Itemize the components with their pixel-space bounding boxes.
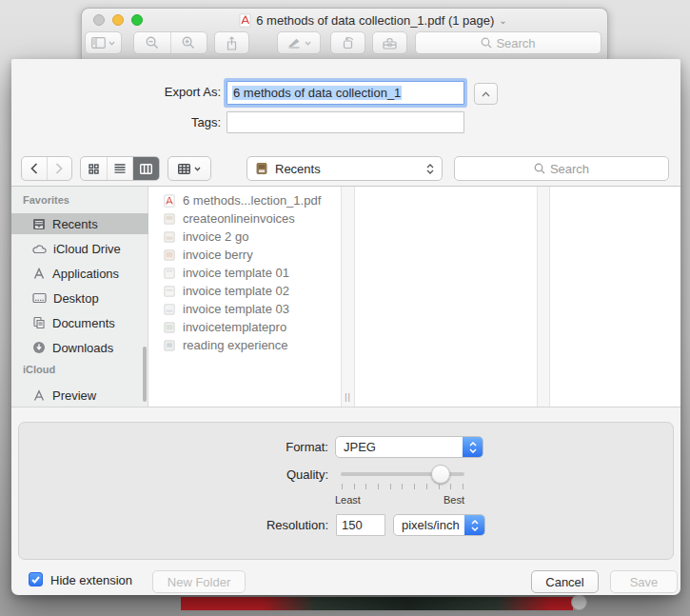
background-scrollbar-thumb[interactable] xyxy=(571,594,587,610)
sidebar-item-icloud-drive[interactable]: iCloud Drive xyxy=(11,238,148,259)
chevron-right-icon xyxy=(55,163,63,174)
file-row[interactable]: invoice berry xyxy=(149,246,341,264)
icon-view-button[interactable] xyxy=(81,157,107,180)
popup-chevrons xyxy=(464,515,484,535)
sidebar-item-label: Desktop xyxy=(53,291,99,306)
list-view-icon xyxy=(114,164,126,173)
markup-toolbox-button[interactable] xyxy=(372,31,407,54)
column-resize-divider[interactable] xyxy=(537,187,550,407)
share-button[interactable] xyxy=(214,31,249,54)
resolution-field[interactable]: 150 xyxy=(336,514,385,536)
desktop-icon xyxy=(32,292,47,304)
sidebar-icloud-header: iCloud xyxy=(23,364,55,375)
popup-chevrons xyxy=(463,437,483,457)
file-row[interactable]: invoice 2 go xyxy=(149,228,341,246)
title-chevron-down-icon[interactable]: ⌄ xyxy=(499,15,506,26)
file-name: invoice berry xyxy=(183,248,253,262)
markup-button[interactable] xyxy=(277,31,321,54)
image-file-icon xyxy=(164,249,175,261)
file-row[interactable]: invoice template 02 xyxy=(149,282,341,300)
cloud-icon xyxy=(32,244,47,254)
minimize-button[interactable] xyxy=(112,14,124,26)
sidebar-item-downloads[interactable]: Downloads xyxy=(11,337,148,358)
file-row[interactable]: createonlineinvoices xyxy=(149,209,341,228)
sidebar-item-desktop[interactable]: Desktop xyxy=(11,288,148,308)
sidebar-favorites-header: Favorites xyxy=(23,194,69,206)
group-by-button[interactable] xyxy=(168,156,211,181)
location-popup[interactable]: Recents xyxy=(246,156,443,181)
checkmark-icon xyxy=(31,576,40,584)
window-title: 6 methods of data collection_1.pdf (1 pa… xyxy=(256,13,494,28)
sidebar-item-documents[interactable]: Documents xyxy=(11,312,148,333)
zoom-in-button[interactable] xyxy=(170,36,207,50)
resolution-unit: pixels/inch xyxy=(402,518,460,532)
file-row[interactable]: reading experience xyxy=(149,336,341,354)
file-name: reading experience xyxy=(183,338,288,352)
sidebar-item-recents[interactable]: Recents xyxy=(11,213,148,234)
hide-extension-checkbox[interactable] xyxy=(29,572,43,586)
file-row[interactable]: invoice template 01 xyxy=(149,264,341,282)
title-row: 6 methods of data collection_1.pdf (1 pa… xyxy=(148,11,598,29)
format-value: JPEG xyxy=(344,440,376,454)
cancel-button[interactable]: Cancel xyxy=(531,570,599,593)
zoom-out-icon xyxy=(146,36,159,50)
window-search-field[interactable]: Search xyxy=(415,31,601,54)
export-as-field[interactable]: 6 methods of data collection_1 xyxy=(227,81,464,105)
file-row[interactable]: invoicetemplatepro xyxy=(149,318,341,336)
sidebar-scrollbar[interactable] xyxy=(143,347,147,402)
export-as-value: 6 methods of data collection_1 xyxy=(232,86,402,100)
format-label: Format: xyxy=(145,440,328,454)
export-sheet: Export As: 6 methods of data collection_… xyxy=(11,59,680,595)
sidebar-item-applications[interactable]: Applications xyxy=(11,263,148,284)
preview-app-icon xyxy=(32,389,46,402)
file-name: invoicetemplatepro xyxy=(183,320,286,334)
back-button[interactable] xyxy=(22,157,47,180)
file-row[interactable]: 6 methods...lection_1.pdf xyxy=(149,191,341,209)
hide-extension-label: Hide extension xyxy=(50,573,132,587)
search-placeholder: Search xyxy=(496,36,535,50)
list-view-button[interactable] xyxy=(108,157,133,180)
image-file-icon xyxy=(164,286,175,297)
chevron-down-icon xyxy=(108,41,115,46)
quality-min-label: Least xyxy=(335,494,361,506)
resolution-label: Resolution: xyxy=(145,518,328,532)
image-file-icon xyxy=(164,322,175,333)
image-file-icon xyxy=(164,304,175,315)
tags-field[interactable] xyxy=(227,111,464,133)
quality-slider-thumb[interactable] xyxy=(431,465,450,484)
quality-max-label: Best xyxy=(407,494,464,506)
sidebar-view-button[interactable] xyxy=(85,31,122,54)
sidebar: Favorites Recents iCloud Drive xyxy=(11,187,148,407)
window-toolbar: Search xyxy=(82,31,607,54)
group-items-icon xyxy=(178,164,190,174)
expand-collapse-button[interactable] xyxy=(474,83,498,105)
resolution-unit-popup[interactable]: pixels/inch xyxy=(393,514,485,536)
column-resize-divider[interactable]: || xyxy=(341,187,355,407)
quality-label: Quality: xyxy=(145,467,328,482)
zoom-button[interactable] xyxy=(131,14,143,26)
markup-pen-icon xyxy=(287,37,301,49)
column-resize-handle[interactable]: || xyxy=(345,392,351,402)
search-placeholder: Search xyxy=(550,162,589,176)
column-view-button[interactable] xyxy=(133,157,159,180)
pdf-file-icon xyxy=(164,194,175,208)
format-popup[interactable]: JPEG xyxy=(335,436,483,458)
zoom-buttons-group xyxy=(133,31,207,54)
close-button[interactable] xyxy=(93,14,105,26)
chevron-down-icon xyxy=(469,448,477,453)
sidebar-item-preview[interactable]: Preview xyxy=(11,385,148,406)
recents-icon xyxy=(32,218,46,230)
save-button[interactable]: Save xyxy=(610,570,678,593)
rotate-button[interactable] xyxy=(330,31,365,54)
browser-search-field[interactable]: Search xyxy=(454,156,669,181)
forward-button[interactable] xyxy=(48,157,71,180)
image-file-icon xyxy=(164,213,175,225)
chevron-left-icon xyxy=(30,163,38,174)
file-row[interactable]: invoice template 03 xyxy=(149,300,341,318)
new-folder-button[interactable]: New Folder xyxy=(152,570,246,593)
share-icon xyxy=(226,36,238,50)
applications-icon xyxy=(32,268,46,280)
zoom-out-button[interactable] xyxy=(134,36,170,50)
quality-slider[interactable] xyxy=(341,465,464,484)
rotate-left-icon xyxy=(341,36,355,50)
